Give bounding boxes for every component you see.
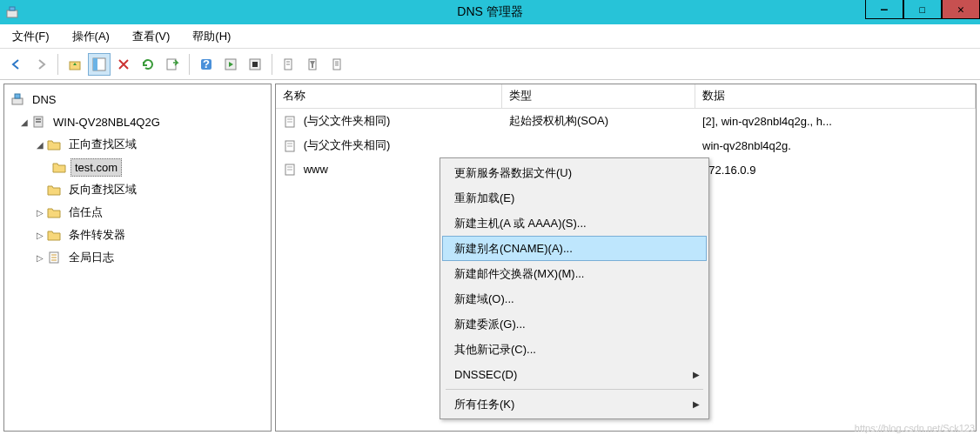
svg-rect-23 [36, 121, 41, 123]
tree-label: DNS [29, 91, 59, 108]
ctx-label: DNSSEC(D) [454, 368, 517, 381]
tree-label: 反向查找区域 [65, 180, 140, 199]
menubar: 文件(F) 操作(A) 查看(V) 帮助(H) [0, 24, 980, 49]
tree-domain-testcom[interactable]: test.com [6, 156, 269, 178]
tree-server[interactable]: ◢ WIN-QV28NBL4Q2G [6, 110, 269, 133]
svg-rect-5 [167, 59, 176, 70]
svg-rect-0 [7, 10, 17, 17]
tree-forward-zone[interactable]: ◢ 正向查找区域 [6, 133, 269, 156]
tree-label: 条件转发器 [65, 225, 129, 244]
titlebar: DNS 管理器 — ☐ ✕ [0, 0, 980, 24]
close-button[interactable]: ✕ [942, 0, 980, 19]
toolbar-separator [57, 54, 58, 75]
up-folder-button[interactable] [64, 53, 86, 76]
filter-button[interactable] [302, 53, 325, 76]
submenu-arrow-icon: ▶ [693, 399, 700, 409]
ctx-other-records[interactable]: 其他新记录(C)... [442, 337, 707, 362]
col-header-name[interactable]: 名称 [276, 84, 502, 108]
log-icon [46, 250, 62, 265]
delete-button[interactable] [112, 53, 135, 76]
svg-rect-10 [252, 62, 258, 67]
ctx-update-server-data[interactable]: 更新服务器数据文件(U) [442, 160, 707, 185]
run-button[interactable] [219, 53, 242, 76]
expand-icon[interactable]: ▷ [34, 231, 46, 240]
maximize-button[interactable]: ☐ [903, 0, 942, 19]
forward-button[interactable] [30, 53, 52, 76]
show-tree-button[interactable] [88, 53, 111, 76]
tree-label: 信任点 [65, 203, 106, 222]
cell-text: (与父文件夹相同) [304, 138, 391, 151]
submenu-arrow-icon: ▶ [693, 370, 700, 379]
properties-button[interactable] [326, 53, 349, 76]
menu-action[interactable]: 操作(A) [69, 25, 113, 48]
svg-rect-4 [93, 58, 97, 70]
col-header-type[interactable]: 类型 [502, 84, 695, 108]
tree-root-dns[interactable]: DNS [6, 88, 269, 110]
record-icon [283, 163, 297, 177]
col-header-data[interactable]: 数据 [695, 84, 976, 108]
export-button[interactable] [161, 53, 184, 76]
tree-trust-points[interactable]: ▷ 信任点 [6, 201, 269, 224]
folder-icon [51, 159, 67, 175]
cell-type [502, 144, 695, 147]
tree-reverse-zone[interactable]: 反向查找区域 [6, 178, 269, 201]
collapse-icon[interactable]: ◢ [18, 117, 30, 127]
tree-conditional-forwarders[interactable]: ▷ 条件转发器 [6, 224, 269, 246]
refresh-button[interactable] [137, 53, 159, 76]
menu-view[interactable]: 查看(V) [129, 25, 173, 48]
ctx-new-host[interactable]: 新建主机(A 或 AAAA)(S)... [442, 211, 707, 236]
folder-icon [46, 137, 62, 152]
cell-data: win-qv28nbl4q2g. [695, 137, 976, 154]
back-button[interactable] [5, 53, 28, 76]
list-row[interactable]: (与父文件夹相同) win-qv28nbl4q2g. [276, 133, 976, 157]
ctx-dnssec[interactable]: DNSSEC(D) ▶ [442, 362, 707, 387]
cell-type: 起始授权机构(SOA) [502, 111, 695, 130]
svg-rect-1 [10, 7, 15, 10]
ctx-all-tasks[interactable]: 所有任务(K) ▶ [442, 392, 707, 417]
server-icon [30, 114, 46, 130]
list-header: 名称 类型 数据 [276, 84, 976, 109]
new-item-button[interactable] [278, 53, 300, 76]
tree-label: test.com [70, 158, 122, 177]
record-icon [283, 115, 297, 129]
tree-global-logs[interactable]: ▷ 全局日志 [6, 246, 269, 269]
ctx-new-delegation[interactable]: 新建委派(G)... [442, 311, 707, 337]
context-menu: 更新服务器数据文件(U) 重新加载(E) 新建主机(A 或 AAAA)(S)..… [440, 157, 709, 419]
expand-icon[interactable]: ▷ [34, 208, 46, 218]
folder-icon [46, 204, 62, 220]
list-row[interactable]: (与父文件夹相同) 起始授权机构(SOA) [2], win-qv28nbl4q… [276, 109, 976, 133]
minimize-button[interactable]: — [865, 0, 903, 19]
tree-panel: DNS ◢ WIN-QV28NBL4Q2G ◢ 正向查找区域 test.com … [3, 84, 272, 432]
svg-rect-15 [333, 59, 340, 70]
window-controls: — ☐ ✕ [865, 0, 980, 19]
cell-text: www [304, 163, 328, 176]
cell-data: 172.16.0.9 [695, 162, 976, 178]
ctx-new-mx[interactable]: 新建邮件交换器(MX)(M)... [442, 261, 707, 286]
ctx-new-cname[interactable]: 新建别名(CNAME)(A)... [442, 236, 707, 261]
cell-text: (与父文件夹相同) [304, 114, 391, 127]
ctx-new-domain[interactable]: 新建域(O)... [442, 286, 707, 311]
menu-file[interactable]: 文件(F) [9, 25, 53, 48]
collapse-icon[interactable]: ◢ [34, 140, 46, 150]
tree-label: WIN-QV28NBL4Q2G [50, 114, 164, 130]
window-title: DNS 管理器 [457, 4, 522, 20]
cell-name: (与父文件夹相同) [276, 111, 502, 130]
svg-rect-20 [15, 94, 20, 98]
help-button[interactable]: ? [195, 53, 218, 76]
toolbar-separator [272, 54, 272, 75]
toolbar-separator [189, 54, 190, 75]
cell-name: (与父文件夹相同) [276, 136, 502, 155]
svg-text:?: ? [203, 57, 210, 70]
expand-icon[interactable]: ▷ [34, 253, 46, 263]
toolbar: ? [0, 49, 980, 80]
record-icon [283, 139, 297, 153]
menu-help[interactable]: 帮助(H) [189, 25, 234, 48]
folder-icon [46, 182, 62, 197]
app-icon [5, 5, 19, 19]
ctx-label: 所有任务(K) [454, 397, 514, 412]
tree-label: 全局日志 [65, 248, 117, 267]
stop-button[interactable] [244, 53, 266, 76]
cell-data: [2], win-qv28nbl4q2g., h... [695, 113, 976, 130]
ctx-reload[interactable]: 重新加载(E) [442, 185, 707, 211]
svg-rect-19 [12, 98, 23, 104]
